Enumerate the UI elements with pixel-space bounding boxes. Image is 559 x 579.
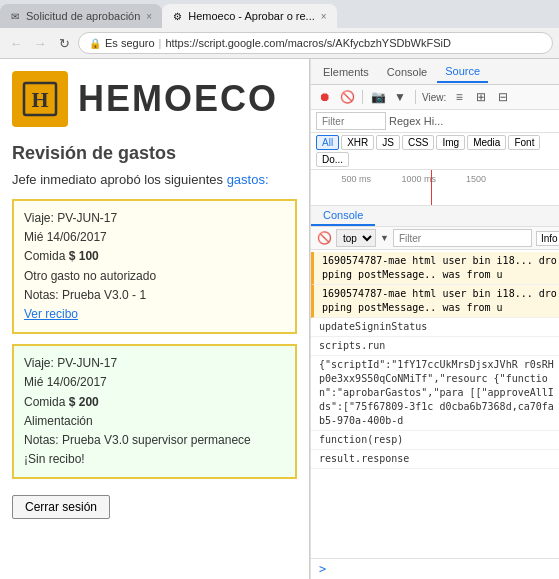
tab2-close[interactable]: ×	[319, 10, 329, 23]
logo-area: H HEMOECO	[12, 71, 297, 127]
view-icon-2[interactable]: ⊞	[472, 88, 490, 106]
url-text: https://script.google.com/macros/s/AKfyc…	[165, 37, 450, 49]
console-context-select[interactable]: top	[336, 229, 376, 247]
camera-icon[interactable]: 📷	[369, 88, 387, 106]
expense1-comida: Comida $ 100	[24, 247, 285, 266]
console-clear-icon[interactable]: 🚫	[316, 230, 332, 246]
secure-icon: 🔒	[89, 38, 101, 49]
devtools-tab-bar: Elements Console Source	[311, 59, 559, 85]
filter-all[interactable]: All	[316, 135, 339, 150]
console-output: 1690574787-mae html user bin i18... drop…	[311, 250, 559, 558]
console-entry-4-text: {"scriptId":"1fY17ccUkMrsDjsxJVhR r0sRHp…	[319, 359, 554, 426]
filter-js[interactable]: JS	[376, 135, 400, 150]
console-entry-3: scripts.run	[311, 337, 559, 356]
page-subtitle: Jefe inmediato aprobó los siguientes gas…	[12, 172, 297, 187]
forward-button[interactable]: →	[30, 33, 50, 53]
filter-css[interactable]: CSS	[402, 135, 435, 150]
expense2-comida: Comida $ 200	[24, 393, 285, 412]
expense2-sin-recibo: ¡Sin recibo!	[24, 450, 285, 469]
timeline-mark-1000: 1000 ms	[371, 174, 436, 184]
expense2-alimentacion: Alimentación	[24, 412, 285, 431]
console-entry-4: {"scriptId":"1fY17ccUkMrsDjsxJVhR r0sRHp…	[311, 356, 559, 431]
console-entry-1-text: 1690574787-mae html user bin i18... drop…	[322, 288, 557, 313]
expense2-comida-label: Comida	[24, 395, 65, 409]
view-icon-3[interactable]: ⊟	[494, 88, 512, 106]
console-prompt[interactable]: >	[311, 558, 559, 579]
tab1-close[interactable]: ×	[144, 10, 154, 23]
expense1-viaje: Viaje: PV-JUN-17	[24, 209, 285, 228]
tab-console[interactable]: Console	[379, 61, 435, 83]
tab-bar: ✉ Solicitud de aprobación × ⚙ Hemoeco - …	[0, 0, 559, 28]
tab-elements[interactable]: Elements	[315, 61, 377, 83]
filter-doc[interactable]: Do...	[316, 152, 349, 167]
console-tab-bar: Console	[311, 206, 559, 227]
page-title: Revisión de gastos	[12, 143, 297, 164]
tab-solicitud[interactable]: ✉ Solicitud de aprobación ×	[0, 4, 162, 28]
console-entry-1: 1690574787-mae html user bin i18... drop…	[311, 285, 559, 318]
tab-source[interactable]: Source	[437, 61, 488, 83]
toolbar-separator-2	[415, 90, 416, 104]
logo-icon: H	[18, 77, 62, 121]
subtitle-prefix: Jefe inmediato aprobó los siguientes	[12, 172, 227, 187]
filter-img[interactable]: Img	[436, 135, 465, 150]
tab2-favicon: ⚙	[170, 9, 184, 23]
network-filter-input[interactable]	[316, 112, 386, 130]
logout-button[interactable]: Cerrar sesión	[12, 495, 110, 519]
down-arrow-icon: ▼	[380, 233, 389, 243]
console-entry-0-text: 1690574787-mae html user bin i18... drop…	[322, 255, 557, 280]
toolbar-separator-1	[362, 90, 363, 104]
timeline-ruler: 500 ms 1000 ms 1500	[311, 170, 559, 184]
expense1-amount: $ 100	[69, 249, 99, 263]
console-entry-2-text: updateSigninStatus	[319, 321, 427, 332]
network-filter-bar: Regex Hi...	[311, 110, 559, 133]
console-entry-0: 1690574787-mae html user bin i18... drop…	[311, 252, 559, 285]
main-area: H HEMOECO Revisión de gastos Jefe inmedi…	[0, 59, 559, 579]
console-panel: Console 🚫 top ▼ Info 1690574787-mae html…	[311, 206, 559, 579]
webpage-panel: H HEMOECO Revisión de gastos Jefe inmedi…	[0, 59, 310, 579]
expense-card-2: Viaje: PV-JUN-17 Mié 14/06/2017 Comida $…	[12, 344, 297, 479]
console-entry-6-text: result.response	[319, 453, 409, 464]
devtools-panel: Elements Console Source ⏺ 🚫 📷 ▼ View: ≡ …	[310, 59, 559, 579]
expense2-viaje: Viaje: PV-JUN-17	[24, 354, 285, 373]
console-tab[interactable]: Console	[311, 206, 375, 226]
filter-icon[interactable]: ▼	[391, 88, 409, 106]
console-entry-3-text: scripts.run	[319, 340, 385, 351]
type-filter-bar: All XHR JS CSS Img Media Font Do...	[311, 133, 559, 170]
hide-label: Hi...	[424, 115, 444, 127]
timeline-mark-1500: 1500	[436, 174, 486, 184]
logo-box: H	[12, 71, 68, 127]
expense1-otro: Otro gasto no autorizado	[24, 267, 285, 286]
console-entry-5: function(resp)	[311, 431, 559, 450]
browser-chrome: ✉ Solicitud de aprobación × ⚙ Hemoeco - …	[0, 0, 559, 59]
console-entry-2: updateSigninStatus	[311, 318, 559, 337]
expense2-fecha: Mié 14/06/2017	[24, 373, 285, 392]
back-button[interactable]: ←	[6, 33, 26, 53]
expense-card-1: Viaje: PV-JUN-17 Mié 14/06/2017 Comida $…	[12, 199, 297, 334]
url-separator: |	[159, 37, 162, 49]
view-icon-1[interactable]: ≡	[450, 88, 468, 106]
filter-font[interactable]: Font	[508, 135, 540, 150]
expense1-link[interactable]: Ver recibo	[24, 307, 78, 321]
prompt-arrow-icon: >	[319, 562, 326, 576]
console-level-button[interactable]: Info	[536, 231, 559, 246]
timeline-area: 500 ms 1000 ms 1500	[311, 170, 559, 206]
filter-media[interactable]: Media	[467, 135, 506, 150]
logo-text: HEMOECO	[78, 78, 278, 120]
expense2-amount: $ 200	[69, 395, 99, 409]
devtools-toolbar: ⏺ 🚫 📷 ▼ View: ≡ ⊞ ⊟	[311, 85, 559, 110]
expense2-notas: Notas: Prueba V3.0 supervisor permanece	[24, 431, 285, 450]
tab-hemoeco[interactable]: ⚙ Hemoeco - Aprobar o re... ×	[162, 4, 336, 28]
reload-button[interactable]: ↻	[54, 33, 74, 53]
console-toolbar: 🚫 top ▼ Info	[311, 227, 559, 250]
tab2-title: Hemoeco - Aprobar o re...	[188, 10, 315, 22]
view-label: View:	[422, 92, 446, 103]
expense1-notas: Notas: Prueba V3.0 - 1	[24, 286, 285, 305]
filter-xhr[interactable]: XHR	[341, 135, 374, 150]
console-entry-5-text: function(resp)	[319, 434, 403, 445]
console-filter-input[interactable]	[393, 229, 532, 247]
record-icon[interactable]: ⏺	[316, 88, 334, 106]
timeline-mark-500: 500 ms	[316, 174, 371, 184]
tab1-favicon: ✉	[8, 9, 22, 23]
clear-icon[interactable]: 🚫	[338, 88, 356, 106]
url-bar[interactable]: 🔒 Es seguro | https://script.google.com/…	[78, 32, 553, 54]
